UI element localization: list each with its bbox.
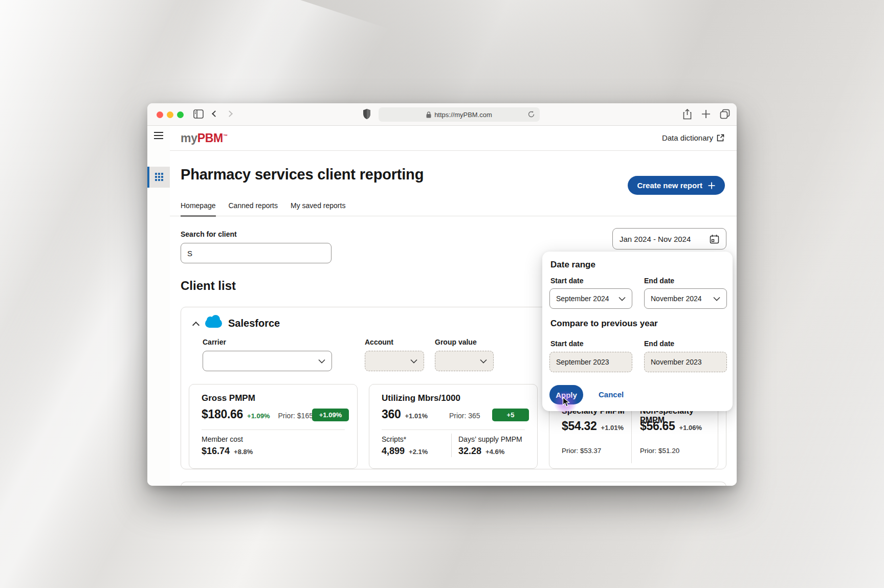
- client-name: Salesforce: [228, 318, 280, 329]
- tab-canned-reports[interactable]: Canned reports: [229, 201, 278, 217]
- sub-metric-label: Scripts*: [382, 435, 406, 443]
- end-date-label: End date: [644, 277, 674, 285]
- start-date-label: Start date: [550, 277, 584, 285]
- change-badge: +1.09%: [312, 409, 349, 421]
- left-rail: [147, 126, 170, 486]
- compare-end-date-label: End date: [644, 340, 674, 348]
- change-badge: +5: [492, 409, 529, 421]
- cancel-button[interactable]: Cancel: [599, 390, 624, 399]
- date-range-field[interactable]: Jan 2024 - Nov 2024: [612, 228, 726, 250]
- page-title: Pharmacy services client reporting: [181, 166, 424, 183]
- metric-value: $54.32: [562, 419, 597, 433]
- metric-change: +1.09%: [247, 412, 270, 420]
- external-link-icon: [717, 134, 724, 142]
- carrier-select[interactable]: [203, 351, 332, 371]
- account-label: Account: [365, 338, 393, 346]
- search-client-input[interactable]: [181, 243, 332, 263]
- metric-card-gross-pmpm: Gross PMPM $180.66 +1.09% Prior: $165.3 …: [189, 384, 358, 469]
- metric-prior: Prior: 365: [449, 412, 480, 420]
- menu-icon[interactable]: [154, 132, 163, 139]
- group-value-select[interactable]: [435, 351, 494, 371]
- apps-grid-icon: [155, 173, 164, 182]
- card-divider: [382, 429, 525, 430]
- compare-start-date-label: Start date: [550, 340, 584, 348]
- app-logo: myPBM™: [181, 131, 228, 145]
- collapse-chevron-up-icon[interactable]: [192, 322, 200, 329]
- metric-card-utilizing-mbrs: Utilizing Mbrs/1000 360 +1.01% Prior: 36…: [369, 384, 538, 469]
- reload-button[interactable]: [527, 110, 535, 118]
- date-range-popover: Date range Start date End date September…: [542, 252, 733, 411]
- compare-start-date-field: September 2023: [549, 352, 632, 372]
- page-content: Pharmacy services client reporting Creat…: [170, 151, 737, 486]
- carrier-label: Carrier: [203, 338, 226, 346]
- calendar-icon: [710, 234, 719, 244]
- browser-window: https://myPBM.com myPBM™ Data dictionary: [147, 103, 737, 486]
- metric-title: Utilizing Mbrs/1000: [382, 393, 460, 403]
- search-for-client-label: Search for client: [181, 230, 237, 238]
- salesforce-logo-icon: [204, 316, 223, 329]
- metric-prior: Prior: $53.37: [562, 447, 601, 455]
- url-text: https://myPBM.com: [434, 111, 492, 119]
- data-dictionary-label: Data dictionary: [662, 133, 713, 142]
- back-button[interactable]: [212, 110, 218, 117]
- browser-titlebar: https://myPBM.com: [147, 103, 737, 126]
- account-select[interactable]: [365, 351, 424, 371]
- group-value-label: Group value: [435, 338, 477, 346]
- client-card-next: [181, 482, 726, 486]
- date-range-value: Jan 2024 - Nov 2024: [620, 235, 691, 243]
- address-bar[interactable]: https://myPBM.com: [379, 107, 540, 122]
- report-tabs: Homepage Canned reports My saved reports: [181, 201, 345, 217]
- metric-change: +1.01%: [405, 412, 427, 420]
- chevron-down-icon: [410, 359, 417, 364]
- metric-change: +1.06%: [679, 424, 702, 432]
- privacy-shield-icon[interactable]: [363, 108, 371, 120]
- new-tab-button[interactable]: [701, 109, 711, 119]
- zoom-window-button[interactable]: [177, 111, 184, 118]
- metric-prior: Prior: $51.20: [640, 447, 679, 455]
- chevron-down-icon: [713, 297, 720, 301]
- share-button[interactable]: [683, 109, 692, 120]
- tab-overview-button[interactable]: [720, 109, 730, 119]
- apply-button[interactable]: Apply: [549, 385, 583, 404]
- forward-button[interactable]: [226, 110, 233, 117]
- metric-value: $180.66: [202, 408, 243, 421]
- client-list-heading: Client list: [181, 279, 236, 293]
- sidebar-toggle-icon[interactable]: [193, 109, 204, 119]
- sub-metric-value: 4,899 +2.1%: [382, 446, 428, 457]
- metric-value: 360: [382, 408, 401, 421]
- chevron-down-icon: [480, 359, 487, 364]
- end-date-select[interactable]: November 2024: [644, 288, 727, 309]
- metric-value: $56.65: [640, 419, 675, 433]
- create-new-report-label: Create new report: [637, 181, 702, 190]
- sidebar-item-apps[interactable]: [147, 167, 170, 188]
- start-date-select[interactable]: September 2024: [549, 288, 632, 309]
- metric-change: +1.01%: [601, 424, 624, 432]
- lock-icon: [426, 111, 431, 118]
- plus-icon: [708, 182, 716, 190]
- sub-divider: [451, 434, 452, 457]
- chevron-down-icon: [318, 359, 325, 364]
- popover-title: Date range: [550, 260, 595, 270]
- app-header: myPBM™ Data dictionary: [170, 126, 737, 151]
- card-divider: [202, 429, 345, 430]
- metric-title: Gross PMPM: [202, 393, 255, 403]
- sub-metric-label: Member cost: [202, 435, 243, 443]
- close-window-button[interactable]: [157, 111, 163, 118]
- chevron-down-icon: [618, 297, 626, 301]
- tab-homepage[interactable]: Homepage: [181, 201, 216, 217]
- sub-metric-label: Days’ supply PMPM: [458, 435, 522, 443]
- tab-my-saved-reports[interactable]: My saved reports: [291, 201, 345, 217]
- sub-metric-value: $16.74 +8.8%: [202, 446, 253, 457]
- compare-end-date-field: November 2023: [644, 352, 727, 372]
- sub-metric-value: 32.28 +4.6%: [458, 446, 504, 457]
- compare-heading: Compare to previous year: [550, 319, 658, 329]
- create-new-report-button[interactable]: Create new report: [628, 176, 725, 195]
- minimize-window-button[interactable]: [167, 111, 173, 118]
- data-dictionary-link[interactable]: Data dictionary: [662, 133, 724, 142]
- tabs-divider: [170, 216, 737, 216]
